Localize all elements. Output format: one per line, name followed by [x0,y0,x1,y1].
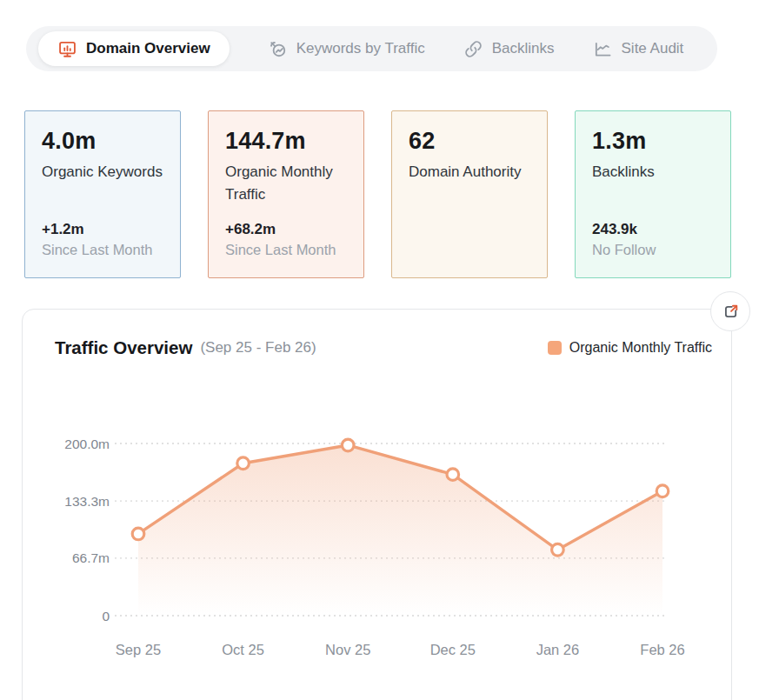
stat-card-backlinks: 1.3m Backlinks 243.9k No Follow [575,110,731,278]
stat-label: Organic Monthly Traffic [225,161,348,205]
stat-card-domain-authority: 62 Domain Authority [391,110,548,278]
stat-delta-caption: Since Last Month [42,242,164,258]
stat-value: 1.3m [592,128,715,155]
stat-delta: +1.2m [42,221,164,238]
traffic-area-chart: 066.7m133.3m200.0mSep 25Oct 25Nov 25Dec … [23,310,733,700]
svg-text:200.0m: 200.0m [64,437,110,451]
keyword-trend-icon [268,39,288,59]
stat-value: 62 [409,128,531,155]
stat-delta: 243.9k [592,221,715,238]
svg-text:0: 0 [102,609,110,623]
svg-text:Dec 25: Dec 25 [430,642,476,657]
stat-value: 4.0m [42,128,164,155]
stat-value: 144.7m [225,128,348,155]
tab-label: Site Audit [622,40,684,57]
traffic-overview-panel: Traffic Overview (Sep 25 - Feb 26) Organ… [22,309,732,700]
panel-date-range: (Sep 25 - Feb 26) [200,339,316,357]
tab-label: Keywords by Traffic [296,40,425,57]
panel-title: Traffic Overview [55,337,192,358]
external-link-icon [722,303,740,321]
stat-label: Domain Authority [409,161,531,183]
svg-text:Nov 25: Nov 25 [325,642,370,657]
svg-text:Sep 25: Sep 25 [116,642,161,657]
legend-swatch [548,341,562,355]
tab-keywords-by-traffic[interactable]: Keywords by Traffic [268,39,425,59]
svg-text:Jan 26: Jan 26 [536,642,580,657]
svg-text:133.3m: 133.3m [64,494,110,509]
stat-delta: +68.2m [225,221,348,238]
tab-backlinks[interactable]: Backlinks [463,39,555,59]
tab-label: Domain Overview [86,40,210,57]
stat-card-organic-keywords: 4.0m Organic Keywords +1.2m Since Last M… [24,110,181,278]
monitor-chart-icon [57,39,77,59]
svg-text:Feb 26: Feb 26 [640,642,684,657]
stat-delta-caption: No Follow [592,242,715,258]
stat-card-organic-monthly-traffic: 144.7m Organic Monthly Traffic +68.2m Si… [208,110,364,278]
tab-label: Backlinks [492,40,555,57]
svg-text:Oct 25: Oct 25 [222,642,264,657]
stat-label: Backlinks [592,161,715,183]
stat-delta-caption: Since Last Month [225,242,348,258]
stat-label: Organic Keywords [42,161,164,183]
panel-header: Traffic Overview (Sep 25 - Feb 26) Organ… [55,337,712,358]
tab-domain-overview[interactable]: Domain Overview [38,31,230,66]
tab-site-audit[interactable]: Site Audit [593,39,684,59]
stat-cards-row: 4.0m Organic Keywords +1.2m Since Last M… [24,110,732,278]
expand-button[interactable] [710,291,750,331]
tabbar: Domain Overview Keywords by Traffic Back… [26,26,717,71]
line-chart-icon [593,39,613,59]
link-icon [463,39,483,59]
svg-text:66.7m: 66.7m [72,550,110,565]
legend-item-organic-monthly-traffic[interactable]: Organic Monthly Traffic [548,340,712,356]
legend-label: Organic Monthly Traffic [569,340,712,356]
